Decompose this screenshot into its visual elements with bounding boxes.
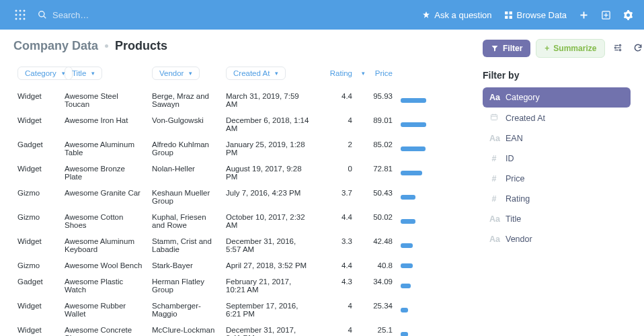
plus-icon <box>579 10 589 20</box>
filter-button[interactable]: Filter <box>483 40 530 57</box>
type-icon: Aa <box>489 235 499 244</box>
cell-title: Awesome Iron Hat <box>61 112 148 136</box>
type-icon <box>489 113 499 123</box>
col-price[interactable]: ▾ Price <box>356 62 397 84</box>
svg-point-7 <box>19 18 22 20</box>
gear-icon <box>623 10 633 20</box>
type-icon: Aa <box>489 93 499 102</box>
cell-title: Awesome Plastic Watch <box>61 274 148 298</box>
cell-vendor: Herman Flatley Group <box>148 274 222 298</box>
col-vendor[interactable]: Vendor▾ <box>148 62 222 84</box>
filter-item-created-at[interactable]: Created At <box>483 108 631 128</box>
table-row[interactable]: WidgetAwesome Steel ToucanBerge, Mraz an… <box>13 88 469 112</box>
col-category[interactable]: Category▾ <box>13 62 61 84</box>
svg-marker-11 <box>423 11 430 18</box>
cell-created: December 31, 2017, 2:41 PM <box>222 322 316 336</box>
cell-category: Widget <box>13 298 61 322</box>
cell-title: Awesome Bronze Plate <box>61 161 148 185</box>
cell-created: April 27, 2018, 3:52 PM <box>222 257 316 274</box>
collection-icon <box>601 10 611 20</box>
filter-item-category[interactable]: AaCategory <box>483 87 631 108</box>
cell-category: Gizmo <box>13 185 61 209</box>
add-button[interactable] <box>579 10 589 20</box>
svg-rect-12 <box>505 11 508 14</box>
filter-item-price[interactable]: #Price <box>483 169 631 189</box>
type-icon: Aa <box>489 214 499 224</box>
cell-title: Awesome Rubber Wallet <box>61 298 148 322</box>
settings-button[interactable] <box>623 10 633 20</box>
filter-item-vendor[interactable]: AaVendor <box>483 229 631 249</box>
filter-item-rating[interactable]: #Rating <box>483 189 631 209</box>
table-row[interactable]: GadgetAwesome Plastic WatchHerman Flatle… <box>13 274 469 298</box>
cell-vendor: Schamberger-Maggio <box>148 298 222 322</box>
cell-created: January 25, 2019, 1:28 PM <box>222 136 316 161</box>
cell-vendor: Stamm, Crist and Labadie <box>148 233 222 257</box>
cell-price: 34.09 <box>356 274 397 298</box>
data-table: Category▾ Title▾ Vendor▾ Created At▾ Rat… <box>13 62 469 336</box>
cell-bar <box>397 136 430 161</box>
col-rating[interactable]: Rating <box>316 62 356 84</box>
refresh-button[interactable] <box>631 40 644 57</box>
summarize-button[interactable]: + Summarize <box>536 39 605 58</box>
table-row[interactable]: WidgetAwesome Aluminum KeyboardStamm, Cr… <box>13 233 469 257</box>
filter-item-id[interactable]: #ID <box>483 149 631 169</box>
cell-category: Gizmo <box>13 257 61 274</box>
cell-rating: 4 <box>316 322 356 336</box>
cell-created: March 31, 2019, 7:59 AM <box>222 88 316 112</box>
cell-rating: 2 <box>316 136 356 161</box>
cell-bar <box>397 322 430 336</box>
search-wrap <box>38 10 422 20</box>
table-row[interactable]: GizmoAwesome Granite CarKeshaun Mueller … <box>13 185 469 209</box>
svg-rect-14 <box>505 15 508 18</box>
table-row[interactable]: GizmoAwesome Wool BenchStark-BayerApril … <box>13 257 469 274</box>
main-area: Company Data Products Category▾ Title▾ V… <box>13 39 469 336</box>
cell-price: 25.34 <box>356 298 397 322</box>
chevron-down-icon: ▾ <box>362 70 365 77</box>
filter-by-title: Filter by <box>483 70 631 81</box>
cell-created: February 21, 2017, 10:21 AM <box>222 274 316 298</box>
cell-created: December 31, 2016, 5:57 AM <box>222 233 316 257</box>
table-row[interactable]: WidgetAwesome Concrete ShoesMcClure-Lock… <box>13 322 469 336</box>
table-row[interactable]: GadgetAwesome Aluminum TableAlfredo Kuhl… <box>13 136 469 161</box>
cell-price: 95.93 <box>356 88 397 112</box>
filter-item-ean[interactable]: AaEAN <box>483 128 631 149</box>
sidebar: Filter + Summarize Filter by AaCategoryC… <box>483 39 631 336</box>
breadcrumb-parent[interactable]: Company Data <box>13 39 98 53</box>
cell-vendor: Berge, Mraz and Sawayn <box>148 88 222 112</box>
cell-price: 72.81 <box>356 161 397 185</box>
col-created[interactable]: Created At▾ <box>222 62 316 84</box>
cell-rating: 3.3 <box>316 233 356 257</box>
cell-bar <box>397 209 430 233</box>
settings-toggle[interactable] <box>610 40 625 57</box>
col-title[interactable]: Title▾ <box>61 62 148 84</box>
app-logo[interactable] <box>11 5 30 24</box>
browse-data-button[interactable]: Browse Data <box>504 10 567 20</box>
cell-created: September 17, 2016, 6:21 PM <box>222 298 316 322</box>
svg-point-9 <box>39 11 44 17</box>
cell-vendor: Alfredo Kuhlman Group <box>148 136 222 161</box>
table-row[interactable]: GizmoAwesome Cotton ShoesKuphal, Friesen… <box>13 209 469 233</box>
cell-vendor: Stark-Bayer <box>148 257 222 274</box>
svg-rect-27 <box>491 115 497 120</box>
filter-item-title[interactable]: AaTitle <box>483 209 631 229</box>
type-icon: # <box>489 174 499 183</box>
table-row[interactable]: WidgetAwesome Iron HatVon-GulgowskiDecem… <box>13 112 469 136</box>
filter-label: Category <box>506 93 540 102</box>
cell-category: Widget <box>13 233 61 257</box>
cell-title: Awesome Aluminum Keyboard <box>61 233 148 257</box>
browse-label: Browse Data <box>517 10 567 20</box>
cell-rating: 0 <box>316 161 356 185</box>
breadcrumb-current: Products <box>115 39 167 53</box>
filter-label: EAN <box>506 134 523 143</box>
cell-price: 85.02 <box>356 136 397 161</box>
ask-question-button[interactable]: Ask a question <box>422 10 491 20</box>
search-input[interactable] <box>52 10 165 20</box>
collection-button[interactable] <box>601 10 611 20</box>
filter-label: Price <box>506 174 524 183</box>
cell-title: Awesome Steel Toucan <box>61 88 148 112</box>
cell-category: Gizmo <box>13 209 61 233</box>
type-icon: Aa <box>489 134 499 143</box>
table-row[interactable]: WidgetAwesome Rubber WalletSchamberger-M… <box>13 298 469 322</box>
table-row[interactable]: WidgetAwesome Bronze PlateNolan-HellerAu… <box>13 161 469 185</box>
cell-price: 50.02 <box>356 209 397 233</box>
